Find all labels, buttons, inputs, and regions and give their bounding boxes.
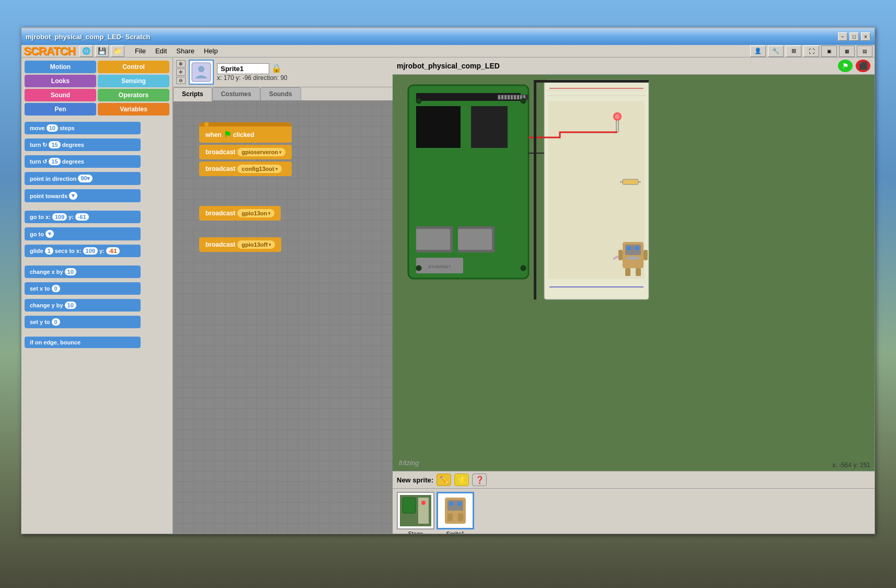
globe-icon-button[interactable]: 🌐 bbox=[79, 45, 93, 57]
tab-sounds[interactable]: Sounds bbox=[260, 87, 301, 100]
cat-pen-button[interactable]: Pen bbox=[25, 103, 96, 116]
cat-sensing-button[interactable]: Sensing bbox=[98, 75, 169, 87]
stage-thumbnail bbox=[397, 492, 434, 529]
sprite-ctrl-move[interactable]: ✛ bbox=[176, 68, 186, 76]
toolbar-right: 👤 🔧 ⊞ ⛶ ▣ ▦ ▤ bbox=[750, 45, 872, 57]
scripts-area[interactable]: when ⚑ clicked broadcast gpioserveron ▾ … bbox=[173, 101, 393, 534]
val-gpioserveron: gpioserveron ▾ bbox=[237, 148, 285, 156]
right-panel: mjrobot_physical_comp_LED ⚑ ⬛ bbox=[393, 57, 875, 534]
toolbar-icons: 🌐 💾 📁 bbox=[79, 45, 124, 57]
block-move: move 10 steps bbox=[25, 122, 169, 136]
new-sprite-bar: New sprite: ✏️ ⭐ ❓ bbox=[393, 471, 875, 489]
run-button[interactable]: ⚑ bbox=[838, 60, 853, 72]
stage-sprite-item[interactable]: Stage bbox=[397, 492, 434, 534]
menu-bar: SCRATCH 🌐 💾 📁 File Edit Share Help 👤 🔧 ⊞… bbox=[21, 45, 875, 57]
sprite-ctrl-add[interactable]: ⊕ bbox=[176, 60, 186, 67]
svg-rect-12 bbox=[511, 95, 513, 99]
broadcast-gpio13off[interactable]: broadcast gpio13off ▾ bbox=[199, 237, 281, 252]
sprite1-item[interactable]: Sprite1 bbox=[436, 492, 474, 534]
user-icon-button[interactable]: 👤 bbox=[750, 45, 766, 57]
view-btn1[interactable]: ▣ bbox=[821, 45, 837, 57]
sprite-name-input[interactable] bbox=[217, 63, 269, 74]
menu-edit[interactable]: Edit bbox=[151, 46, 171, 56]
svg-point-1 bbox=[198, 66, 204, 72]
svg-rect-53 bbox=[403, 498, 416, 513]
minimize-button[interactable]: − bbox=[838, 32, 847, 41]
svg-rect-62 bbox=[458, 513, 463, 521]
cat-operators-button[interactable]: Operators bbox=[98, 89, 169, 101]
block-change-y: change y by 10 bbox=[25, 299, 169, 314]
clicked-label: clicked bbox=[233, 131, 255, 139]
window-title: mjrobot_physical_comp_LED- Scratch bbox=[26, 33, 150, 41]
menu-items: File Edit Share Help bbox=[131, 46, 222, 56]
cat-sound-button[interactable]: Sound bbox=[25, 89, 96, 101]
broadcast-gpio13on[interactable]: broadcast gpio13on ▾ bbox=[199, 206, 281, 221]
category-grid: Motion Control Looks Sensing Sound Opera… bbox=[21, 57, 173, 119]
cat-control-button[interactable]: Control bbox=[98, 61, 169, 73]
block-change-x: change x by 10 bbox=[25, 266, 169, 280]
sprite-thumbnail bbox=[189, 60, 214, 85]
svg-point-26 bbox=[521, 266, 526, 271]
sprite-info: 🔒 x: 170 y: -96 direction: 90 bbox=[217, 63, 288, 82]
save-icon-button[interactable]: 💾 bbox=[95, 45, 109, 57]
script-group-1: when ⚑ clicked broadcast gpioserveron ▾ … bbox=[199, 122, 292, 176]
cat-motion-button[interactable]: Motion bbox=[25, 61, 96, 73]
svg-rect-10 bbox=[504, 95, 507, 99]
paint-sprite-button[interactable]: ✏️ bbox=[436, 474, 451, 486]
sprite1-thumbnail bbox=[436, 492, 474, 529]
event-block[interactable]: when ⚑ clicked bbox=[199, 122, 292, 143]
middle-panel: ⊕ ✛ ⊖ 🔒 x: 170 y: -96 direction: 90 bbox=[173, 57, 393, 534]
stage-canvas: ETHERNET bbox=[393, 75, 875, 471]
script-group-2: broadcast gpio13on ▾ bbox=[199, 206, 281, 221]
title-bar: mjrobot_physical_comp_LED- Scratch − □ × bbox=[21, 28, 875, 45]
block-turn-ccw: turn ↺ 15 degrees bbox=[25, 155, 169, 170]
close-button[interactable]: × bbox=[861, 32, 870, 41]
stage-label: Stage bbox=[408, 531, 423, 534]
upload-sprite-button[interactable]: ❓ bbox=[472, 474, 487, 486]
menu-share[interactable]: Share bbox=[172, 46, 199, 56]
svg-rect-48 bbox=[644, 250, 648, 260]
cat-variables-button[interactable]: Variables bbox=[98, 103, 169, 116]
stage-header: mjrobot_physical_comp_LED ⚑ ⬛ bbox=[393, 57, 875, 75]
sprite-lock-icon: 🔒 bbox=[271, 64, 282, 73]
tab-costumes[interactable]: Costumes bbox=[212, 87, 260, 100]
folder-icon-button[interactable]: 📁 bbox=[111, 45, 124, 57]
sprite-header: ⊕ ✛ ⊖ 🔒 x: 170 y: -96 direction: 90 bbox=[173, 57, 393, 87]
sprite-coords: x: 170 y: -96 direction: 90 bbox=[217, 74, 288, 82]
stop-button[interactable]: ⬛ bbox=[856, 60, 870, 72]
svg-rect-50 bbox=[636, 268, 641, 276]
when-label: when bbox=[205, 131, 222, 139]
menu-help[interactable]: Help bbox=[200, 46, 222, 56]
block-turn-cw: turn ↻ 15 degrees bbox=[25, 139, 169, 153]
sprite1-label: Sprite1 bbox=[446, 531, 465, 534]
left-panel: Motion Control Looks Sensing Sound Opera… bbox=[21, 57, 173, 534]
blocks-area: move 10 steps turn ↻ 15 degrees turn ↺ 1… bbox=[21, 119, 173, 534]
svg-rect-41 bbox=[534, 80, 649, 83]
main-content: Motion Control Looks Sensing Sound Opera… bbox=[21, 57, 875, 534]
svg-rect-9 bbox=[501, 95, 503, 99]
svg-point-45 bbox=[635, 246, 639, 250]
sprite-ctrl-sub[interactable]: ⊖ bbox=[176, 77, 186, 84]
menu-file[interactable]: File bbox=[131, 46, 150, 56]
maximize-button[interactable]: □ bbox=[849, 32, 859, 41]
svg-rect-11 bbox=[508, 95, 510, 99]
expand-icon-button[interactable]: ⊞ bbox=[786, 45, 801, 57]
view-btn3[interactable]: ▤ bbox=[857, 45, 872, 57]
broadcast-gpioserveron[interactable]: broadcast gpioserveron ▾ bbox=[199, 145, 292, 159]
svg-rect-46 bbox=[627, 257, 639, 260]
random-sprite-button[interactable]: ⭐ bbox=[454, 474, 469, 486]
settings-icon-button[interactable]: 🔧 bbox=[768, 45, 784, 57]
svg-rect-47 bbox=[618, 250, 623, 260]
bottom-panel: New sprite: ✏️ ⭐ ❓ bbox=[393, 471, 875, 534]
svg-rect-14 bbox=[517, 95, 519, 99]
window-controls: − □ × bbox=[838, 32, 870, 41]
view-btn2[interactable]: ▦ bbox=[839, 45, 855, 57]
block-set-x: set x to 0 bbox=[25, 282, 169, 297]
sprite-resize-controls: ⊕ ✛ ⊖ bbox=[176, 60, 186, 84]
tab-scripts[interactable]: Scripts bbox=[173, 87, 212, 101]
svg-point-34 bbox=[615, 114, 620, 119]
fullscreen-icon-button[interactable]: ⛶ bbox=[803, 45, 819, 57]
block-glide: glide 1 secs to x: 109 y: -61 bbox=[25, 245, 169, 259]
cat-looks-button[interactable]: Looks bbox=[25, 75, 96, 87]
broadcast-config13out[interactable]: broadcast config13out ▾ bbox=[199, 162, 292, 176]
